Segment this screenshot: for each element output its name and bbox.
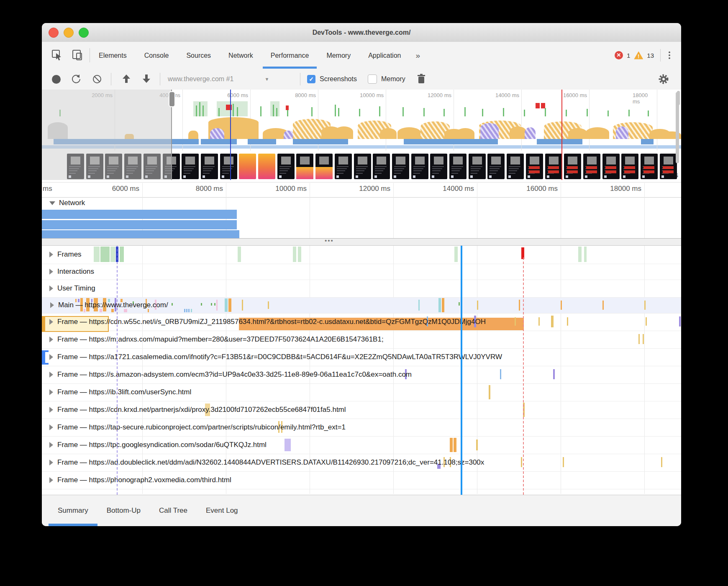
track-row-frame[interactable]: Frame — https://ib.3lift.com/userSync.ht… — [42, 383, 681, 401]
load-profile-icon[interactable] — [121, 74, 131, 85]
track-row-frame[interactable]: Frame — https://m.adnxs.com/mapuid?membe… — [42, 331, 681, 349]
expand-triangle-icon[interactable] — [50, 302, 54, 308]
tab-memory[interactable]: Memory — [318, 42, 359, 69]
garbage-collect-icon[interactable] — [416, 73, 426, 85]
filmstrip-screenshot[interactable] — [641, 154, 658, 179]
filmstrip-screenshot[interactable] — [277, 154, 295, 179]
frame-row-label-wrap: Frame — https://phonograph2.voxmedia.com… — [49, 476, 231, 484]
tab-elements[interactable]: Elements — [90, 42, 136, 69]
filmstrip-screenshot[interactable] — [258, 154, 275, 179]
main-activity-tick — [184, 309, 185, 312]
expand-triangle-icon[interactable] — [49, 407, 53, 413]
expand-triangle-icon[interactable] — [49, 372, 53, 378]
tab-performance[interactable]: Performance — [262, 42, 318, 69]
pane-splitter[interactable]: ••• — [42, 238, 681, 246]
expand-triangle-icon[interactable] — [49, 442, 53, 448]
devtools-menu-icon[interactable] — [669, 51, 670, 59]
track-row-interactions[interactable]: Interactions — [42, 264, 681, 280]
filmstrip-screenshot[interactable] — [354, 154, 371, 179]
tab-sources[interactable]: Sources — [177, 42, 220, 69]
filmstrip-screenshot[interactable] — [602, 154, 620, 179]
filmstrip-screenshot[interactable] — [430, 154, 447, 179]
expand-triangle-icon[interactable] — [49, 424, 53, 430]
filmstrip-screenshot[interactable] — [315, 154, 333, 179]
filmstrip-screenshot[interactable] — [182, 154, 199, 179]
filmstrip-screenshot[interactable] — [411, 154, 428, 179]
track-row-frame[interactable]: Frame — https://phonograph2.voxmedia.com… — [42, 471, 681, 489]
frame-row-label: Frame — https://m.adnxs.com/mapuid?membe… — [57, 335, 384, 344]
filmstrip-screenshot[interactable] — [621, 154, 638, 179]
capture-settings-gear-icon[interactable] — [658, 73, 669, 85]
expand-triangle-icon[interactable] — [49, 319, 53, 325]
detail-tab-call-tree[interactable]: Call Tree — [150, 495, 197, 526]
overview-ruler-label: 10000 ms — [360, 92, 386, 98]
detail-tab-summary[interactable]: Summary — [49, 495, 97, 526]
track-row-frame[interactable]: Frame — https://s.amazon-adsystem.com/ec… — [42, 366, 681, 384]
network-request-bar[interactable] — [42, 210, 237, 219]
screenshots-checkbox[interactable]: ✓ — [307, 75, 315, 83]
track-row-main[interactable]: Main — https://www.theverge.com/ — [42, 297, 681, 314]
filmstrip-screenshot[interactable] — [545, 154, 562, 179]
thumb-image-placeholder — [491, 157, 501, 164]
more-tabs-button[interactable]: » — [410, 42, 426, 69]
tab-network[interactable]: Network — [220, 42, 262, 69]
device-toolbar-icon[interactable] — [71, 49, 84, 62]
filmstrip-screenshot[interactable] — [392, 154, 409, 179]
warning-badge-icon[interactable]: ! — [634, 51, 643, 59]
save-profile-icon[interactable] — [141, 74, 151, 85]
track-row-frame[interactable]: Frame — https://tap-secure.rubiconprojec… — [42, 419, 681, 437]
network-request-bar[interactable] — [42, 220, 237, 229]
filmstrip-screenshot[interactable] — [469, 154, 486, 179]
tab-application[interactable]: Application — [359, 42, 410, 69]
track-row-frame[interactable]: Frame — https://cdn.krxd.net/partnerjs/x… — [42, 401, 681, 419]
filmstrip-screenshot[interactable] — [507, 154, 524, 179]
main-activity-tick — [216, 300, 218, 311]
filmstrip-screenshot[interactable] — [220, 154, 237, 179]
track-row-frame[interactable]: Frame — https://tpc.googlesyndication.co… — [42, 436, 681, 454]
filmstrip-screenshot[interactable] — [449, 154, 467, 179]
expand-triangle-icon[interactable] — [49, 477, 53, 483]
expand-triangle-icon[interactable] — [49, 354, 53, 360]
error-badge-icon[interactable]: ✕ — [615, 51, 623, 59]
filmstrip-screenshot[interactable] — [335, 154, 352, 179]
record-button[interactable] — [52, 75, 61, 84]
filmstrip-screenshot[interactable] — [583, 154, 600, 179]
thumb-chip — [432, 175, 434, 178]
thumb-red-block — [548, 166, 559, 169]
track-row-frame[interactable]: Frame — https://a1721.casalemedia.com/if… — [42, 348, 681, 366]
filmstrip-screenshot[interactable] — [373, 154, 390, 179]
profile-select[interactable]: www.theverge.com #1 ▼ — [163, 75, 297, 83]
reload-and-profile-icon[interactable] — [71, 74, 82, 85]
expand-triangle-icon[interactable] — [49, 285, 53, 291]
memory-checkbox-label[interactable]: Memory — [381, 75, 405, 83]
filmstrip-screenshot[interactable] — [526, 154, 543, 179]
overview-selection-handle[interactable] — [169, 91, 175, 107]
fps-bar — [237, 107, 238, 116]
expand-triangle-icon[interactable] — [49, 460, 53, 465]
expand-triangle-icon[interactable] — [49, 252, 53, 257]
filmstrip-screenshot[interactable] — [487, 154, 505, 179]
filmstrip-screenshot[interactable] — [239, 154, 256, 179]
detail-tab-event-log[interactable]: Event Log — [197, 495, 247, 526]
filmstrip-screenshot[interactable] — [564, 154, 581, 179]
filmstrip-screenshot[interactable] — [660, 154, 677, 179]
track-row-user-timing[interactable]: User Timing — [42, 280, 681, 298]
frames-selected-tick — [116, 247, 118, 262]
expand-triangle-icon[interactable] — [49, 337, 53, 342]
thumb-red-block — [548, 170, 559, 173]
overview-scrollbar-thumb[interactable] — [677, 91, 680, 105]
track-row-frame[interactable]: Frame — https://ad.doubleclick.net/ddm/a… — [42, 454, 681, 472]
thumb-text-line — [471, 168, 481, 169]
screenshots-checkbox-label[interactable]: Screenshots — [320, 75, 357, 83]
expand-triangle-icon[interactable] — [49, 269, 53, 275]
network-track-header[interactable]: Network — [49, 199, 85, 207]
clear-recording-icon[interactable] — [92, 74, 103, 85]
filmstrip-screenshot[interactable] — [296, 154, 313, 179]
frame-row-label: Frame — https://ib.3lift.com/userSync.ht… — [57, 388, 191, 396]
inspect-element-icon[interactable] — [51, 49, 64, 62]
tab-console[interactable]: Console — [136, 42, 178, 69]
filmstrip-screenshot[interactable] — [201, 154, 218, 179]
memory-checkbox[interactable] — [368, 75, 377, 84]
expand-triangle-icon[interactable] — [49, 389, 53, 395]
detail-tab-bottom-up[interactable]: Bottom-Up — [97, 495, 150, 526]
